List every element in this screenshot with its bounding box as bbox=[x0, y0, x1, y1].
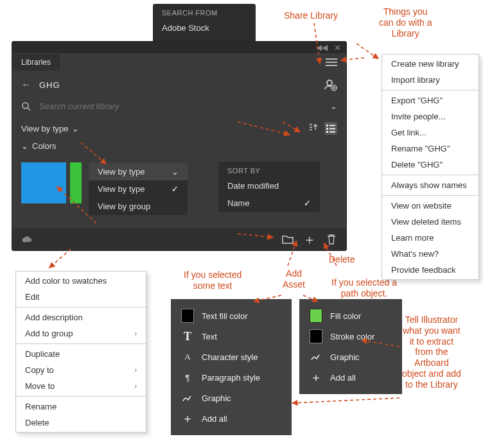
view-by-type-dropdown[interactable]: View by type ⌄ bbox=[21, 124, 79, 134]
color-swatch-green[interactable] bbox=[70, 162, 82, 203]
tab-libraries[interactable]: Libraries bbox=[12, 54, 60, 71]
collapse-icon[interactable]: ◀◀ bbox=[316, 43, 328, 52]
ctx-export[interactable]: Export "GHG" bbox=[382, 92, 479, 108]
label: Adobe Stock bbox=[162, 23, 209, 33]
cloud-sync-icon[interactable] bbox=[21, 234, 33, 245]
delete-icon[interactable] bbox=[326, 234, 337, 245]
panel-footer: ＋ bbox=[12, 228, 346, 250]
search-from-header: SEARCH FROM bbox=[153, 4, 256, 19]
add-asset-icon[interactable]: ＋ bbox=[304, 234, 315, 245]
ctx-add-to-swatches[interactable]: Add color to swatches bbox=[16, 273, 146, 289]
ctx-invite[interactable]: Invite people... bbox=[382, 108, 479, 125]
ctx-move-to[interactable]: Move to› bbox=[16, 378, 146, 394]
library-name: GHG bbox=[39, 80, 60, 90]
paragraph-icon: ¶ bbox=[181, 371, 194, 384]
chevron-right-icon: › bbox=[135, 366, 137, 374]
add-all-path[interactable]: ＋ Add all bbox=[302, 367, 400, 388]
close-icon[interactable]: ✕ bbox=[334, 43, 341, 53]
ctx-duplicate[interactable]: Duplicate bbox=[16, 346, 146, 362]
label: Duplicate bbox=[25, 349, 60, 359]
list-view-icon[interactable] bbox=[324, 122, 337, 135]
label: Graphic bbox=[330, 352, 360, 362]
search-row: ⌄ bbox=[12, 98, 346, 118]
ctx-get-link[interactable]: Get link... bbox=[382, 125, 479, 141]
separator bbox=[16, 343, 146, 344]
view-by-type-trigger[interactable]: View by type⌄ bbox=[89, 163, 188, 180]
sort-name[interactable]: Name✓ bbox=[218, 194, 320, 212]
add-fill-color[interactable]: Fill color bbox=[302, 306, 400, 326]
add-character-style[interactable]: A Character style bbox=[173, 347, 289, 367]
label: Move to bbox=[25, 381, 55, 391]
add-graphic-text[interactable]: Graphic bbox=[173, 388, 289, 408]
color-swatch-blue[interactable] bbox=[21, 162, 66, 203]
separator bbox=[382, 175, 479, 175]
chevron-down-icon: ⌄ bbox=[171, 167, 179, 177]
label: Character style bbox=[202, 352, 258, 362]
svg-rect-4 bbox=[326, 128, 328, 130]
label: Add all bbox=[330, 373, 356, 383]
label: Rename "GHG" bbox=[391, 144, 450, 153]
libraries-panel: ◀◀ ✕ Libraries ← GHG ⌄ View by type ⌄ bbox=[12, 41, 347, 251]
label: Provide feedback bbox=[391, 265, 455, 275]
menu-view-by-group[interactable]: View by group bbox=[89, 198, 188, 215]
svg-point-2 bbox=[22, 103, 28, 108]
ctx-delete-asset[interactable]: Delete bbox=[16, 415, 146, 431]
check-icon: ✓ bbox=[171, 184, 179, 194]
ctx-add-description[interactable]: Add description bbox=[16, 309, 146, 325]
label: Create new library bbox=[391, 59, 459, 69]
share-icon[interactable] bbox=[323, 78, 337, 92]
annotation-tell-illustrator: Tell Illustrator what you want it to ext… bbox=[402, 314, 461, 390]
ctx-always-show-names[interactable]: Always show names bbox=[382, 177, 479, 193]
search-scope-chevron-icon[interactable]: ⌄ bbox=[330, 101, 337, 111]
annotation-share-library: Share Library bbox=[284, 10, 338, 21]
search-input[interactable] bbox=[38, 101, 324, 112]
swatch-icon bbox=[181, 309, 194, 322]
add-text[interactable]: T Text bbox=[173, 326, 289, 347]
swatch-icon bbox=[310, 309, 322, 322]
annotation-things-library: Things you can do with a Library bbox=[379, 6, 432, 39]
search-from-adobe-stock[interactable]: Adobe Stock bbox=[153, 19, 256, 37]
label: Get link... bbox=[391, 128, 426, 137]
back-icon[interactable]: ← bbox=[21, 79, 31, 90]
add-stroke-color[interactable]: Stroke color bbox=[302, 326, 400, 347]
label: Learn more bbox=[391, 233, 434, 243]
sort-by-header: SORT BY bbox=[218, 162, 320, 177]
panel-menu-icon[interactable] bbox=[317, 58, 346, 67]
ctx-learn-more[interactable]: Learn more bbox=[382, 230, 479, 246]
ctx-rename-asset[interactable]: Rename bbox=[16, 399, 146, 415]
sort-date-modified[interactable]: Date modified bbox=[218, 177, 320, 194]
add-text-fill-color[interactable]: Text fill color bbox=[173, 306, 289, 326]
ctx-rename[interactable]: Rename "GHG" bbox=[382, 141, 479, 157]
label: Always show names bbox=[391, 180, 467, 190]
ctx-view-deleted[interactable]: View deleted items bbox=[382, 214, 479, 230]
asset-context-menu: Add color to swatches Edit Add descripti… bbox=[15, 271, 146, 433]
ctx-import-library[interactable]: Import library bbox=[382, 72, 479, 88]
add-paragraph-style[interactable]: ¶ Paragraph style bbox=[173, 367, 289, 388]
breadcrumb: ← GHG bbox=[12, 71, 346, 98]
search-icon bbox=[21, 101, 31, 112]
view-by-menu: View by type⌄ View by type✓ View by grou… bbox=[89, 163, 188, 215]
ctx-add-to-group[interactable]: Add to group› bbox=[16, 325, 146, 341]
ctx-delete[interactable]: Delete "GHG" bbox=[382, 157, 479, 173]
svg-rect-3 bbox=[326, 125, 328, 126]
menu-view-by-type[interactable]: View by type✓ bbox=[89, 180, 188, 198]
svg-point-0 bbox=[327, 80, 332, 85]
ctx-whats-new[interactable]: What's new? bbox=[382, 246, 479, 262]
add-all-text[interactable]: ＋ Add all bbox=[173, 408, 289, 429]
add-graphic-path[interactable]: Graphic bbox=[302, 347, 400, 367]
ctx-edit[interactable]: Edit bbox=[16, 289, 146, 305]
label: Add all bbox=[202, 414, 227, 424]
ctx-feedback[interactable]: Provide feedback bbox=[382, 262, 479, 278]
ctx-view-website[interactable]: View on website bbox=[382, 198, 479, 214]
svg-rect-5 bbox=[326, 131, 328, 133]
colors-section-toggle[interactable]: ⌄ Colors bbox=[21, 141, 57, 151]
chevron-right-icon: › bbox=[135, 330, 137, 337]
panel-titlebar: ◀◀ ✕ bbox=[12, 42, 346, 53]
grid-view-icon[interactable] bbox=[308, 122, 321, 135]
create-group-icon[interactable] bbox=[282, 234, 294, 245]
ctx-create-new-library[interactable]: Create new library bbox=[382, 56, 479, 72]
label: Invite people... bbox=[391, 112, 446, 121]
annotation-if-text: If you selected some text bbox=[184, 270, 242, 291]
ctx-copy-to[interactable]: Copy to› bbox=[16, 362, 146, 378]
separator bbox=[382, 195, 479, 196]
